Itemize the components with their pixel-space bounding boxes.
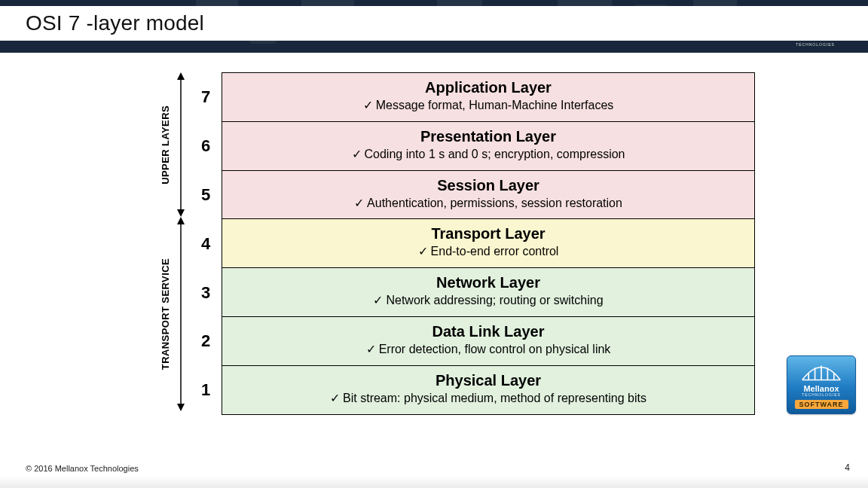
- layer-row: 6 Presentation Layer ✓Coding into 1 s an…: [190, 122, 755, 171]
- osi-diagram: 7 Application Layer ✓Message format, Hum…: [190, 72, 755, 415]
- title-bar: OSI 7 -layer model: [0, 6, 868, 41]
- transport-service-label: TRANSPORT SERVICE: [160, 258, 171, 370]
- layer-desc: ✓Authentication, permissions, session re…: [230, 196, 747, 212]
- layer-row: 1 Physical Layer ✓Bit stream: physical m…: [190, 366, 755, 415]
- layer-number: 4: [190, 219, 222, 268]
- brand-subtitle: TECHNOLOGIES: [796, 42, 835, 47]
- layer-desc: ✓Coding into 1 s and 0 s; encryption, co…: [230, 147, 747, 163]
- layer-cell: Transport Layer ✓End-to-end error contro…: [222, 219, 755, 268]
- layer-cell: Session Layer ✓Authentication, permissio…: [222, 171, 755, 220]
- layer-title: Transport Layer: [230, 225, 747, 242]
- layer-title: Application Layer: [230, 79, 747, 96]
- layer-cell: Physical Layer ✓Bit stream: physical med…: [222, 366, 755, 415]
- svg-marker-11: [177, 404, 185, 411]
- check-icon: ✓: [418, 245, 428, 258]
- layer-cell: Data Link Layer ✓Error detection, flow c…: [222, 317, 755, 366]
- check-icon: ✓: [352, 148, 362, 160]
- layer-row: 2 Data Link Layer ✓Error detection, flow…: [190, 317, 755, 366]
- layer-title: Physical Layer: [230, 372, 747, 389]
- page-number: 4: [845, 462, 850, 473]
- brand-logo-bottom: Mellanox TECHNOLOGIES SOFTWARE: [787, 355, 856, 414]
- diagram-stage: UPPER LAYERS TRANSPORT SERVICE 7 Applica…: [0, 53, 868, 444]
- svg-marker-8: [177, 209, 185, 217]
- brand-subtitle: TECHNOLOGIES: [802, 392, 841, 397]
- reg-mark: ®: [833, 32, 838, 38]
- check-icon: ✓: [330, 392, 340, 404]
- layer-desc: ✓Bit stream: physical medium, method of …: [230, 391, 747, 407]
- brand-name: Mellanox: [792, 32, 833, 43]
- layer-cell: Presentation Layer ✓Coding into 1 s and …: [222, 122, 755, 171]
- layer-desc: ✓Message format, Human-Machine Interface…: [230, 98, 747, 114]
- slide-header: OSI 7 -layer model Mellanox® TECHNOLOGIE…: [0, 0, 868, 53]
- layer-cell: Network Layer ✓Network addressing; routi…: [222, 268, 755, 317]
- transport-service-bracket: TRANSPORT SERVICE: [160, 217, 190, 411]
- layer-number: 2: [190, 317, 222, 366]
- layer-row: 7 Application Layer ✓Message format, Hum…: [190, 72, 755, 122]
- svg-marker-7: [177, 72, 185, 80]
- layer-title: Session Layer: [230, 177, 747, 194]
- check-icon: ✓: [373, 294, 383, 307]
- layer-title: Data Link Layer: [230, 323, 747, 340]
- copyright-text: © 2016 Mellanox Technologies: [26, 464, 139, 473]
- layer-number: 1: [190, 366, 222, 415]
- double-arrow-icon: [175, 72, 187, 217]
- footer-gradient: [0, 476, 868, 488]
- check-icon: ✓: [363, 99, 373, 111]
- layer-title: Network Layer: [230, 274, 747, 291]
- brand-logo-top: Mellanox® TECHNOLOGIES: [778, 5, 853, 47]
- layer-desc: ✓Error detection, flow control on physic…: [230, 342, 747, 358]
- bridge-icon: [800, 361, 842, 384]
- svg-marker-10: [177, 217, 185, 224]
- layer-number: 5: [190, 171, 222, 220]
- layer-row: 4 Transport Layer ✓End-to-end error cont…: [190, 219, 755, 268]
- slide-title: OSI 7 -layer model: [26, 11, 204, 35]
- layer-title: Presentation Layer: [230, 128, 747, 145]
- check-icon: ✓: [354, 197, 364, 209]
- layer-row: 5 Session Layer ✓Authentication, permiss…: [190, 171, 755, 220]
- upper-layers-label: UPPER LAYERS: [160, 105, 171, 185]
- double-arrow-icon: [175, 217, 187, 411]
- slide-footer: © 2016 Mellanox Technologies 4: [0, 444, 868, 488]
- layer-desc: ✓End-to-end error control: [230, 244, 747, 260]
- layer-number: 6: [190, 122, 222, 171]
- check-icon: ✓: [366, 343, 376, 355]
- layer-desc: ✓Network addressing; routing or switchin…: [230, 293, 747, 309]
- bridge-icon: [787, 5, 843, 32]
- software-badge: SOFTWARE: [795, 400, 848, 409]
- layer-number: 3: [190, 268, 222, 317]
- upper-layers-bracket: UPPER LAYERS: [160, 72, 190, 217]
- layer-cell: Application Layer ✓Message format, Human…: [222, 72, 755, 122]
- layer-number: 7: [190, 72, 222, 122]
- layer-row: 3 Network Layer ✓Network addressing; rou…: [190, 268, 755, 317]
